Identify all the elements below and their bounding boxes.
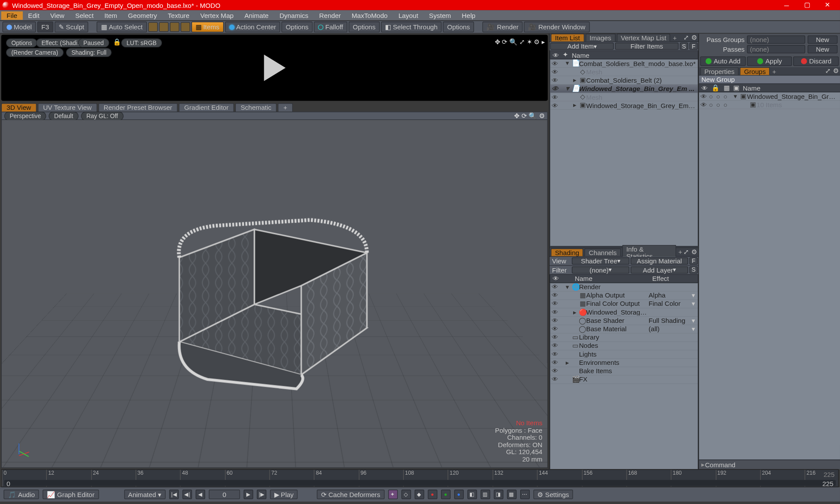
lock-icon[interactable]: 🔒: [113, 38, 121, 46]
visibility-icon[interactable]: 👁: [551, 342, 558, 349]
gear-icon[interactable]: ⚙: [691, 34, 697, 42]
tree-row[interactable]: 👁▸Environments: [550, 358, 698, 367]
tree-row[interactable]: 👁Bake Items: [550, 367, 698, 375]
new-pass-button[interactable]: New: [808, 45, 838, 53]
menu-edit[interactable]: Edit: [23, 11, 45, 19]
visibility-icon[interactable]: 👁: [551, 77, 558, 84]
rp-toolbar-icons[interactable]: ✥ ⟳ 🔍 ⤢ ✶ ⚙ ▸: [495, 38, 546, 46]
visibility-icon[interactable]: 👁: [551, 102, 558, 108]
menu-item[interactable]: Item: [99, 11, 122, 19]
menu-layout[interactable]: Layout: [393, 11, 424, 19]
expand-arrow-icon[interactable]: ▾: [566, 283, 572, 291]
render-button[interactable]: 🎥 Render: [483, 21, 523, 32]
eye-icon[interactable]: 👁: [701, 84, 708, 91]
animated-dropdown[interactable]: Animated ▾: [124, 490, 165, 499]
visibility-icon[interactable]: 👁: [551, 325, 558, 332]
tree-row[interactable]: 👁▭Library: [550, 333, 698, 342]
storage-bin-model[interactable]: [111, 210, 416, 398]
assign-material-button[interactable]: Assign Material: [630, 257, 688, 264]
tree-row[interactable]: 👁◇Mesh: [550, 93, 698, 102]
prev-key-button[interactable]: ◀|: [182, 490, 192, 499]
add-tab-button[interactable]: +: [678, 248, 682, 256]
tree-row[interactable]: 👁▾📄Windowed_Storage_Bin_Grey_Em ...: [550, 84, 698, 93]
visibility-icon[interactable]: 👁: [551, 68, 558, 75]
render-icon[interactable]: ▦: [724, 84, 730, 92]
eye-icon[interactable]: 👁: [553, 275, 559, 282]
tree-row[interactable]: 👁◇Mesh: [550, 68, 698, 76]
expand-arrow-icon[interactable]: ▾: [566, 84, 572, 92]
rp-paused[interactable]: Paused: [78, 38, 109, 48]
new-group-button[interactable]: New Group: [699, 76, 840, 84]
visibility-icon[interactable]: 👁: [551, 85, 558, 92]
tree-row[interactable]: 👁▾📄Combat_Soldiers_Belt_modo_base.lxo*: [550, 60, 698, 68]
action-center-button[interactable]: Action Center: [225, 21, 280, 32]
vp-default[interactable]: Default: [49, 111, 78, 120]
maximize-button[interactable]: ▢: [797, 0, 817, 10]
visibility-icon[interactable]: 👁: [551, 308, 558, 315]
selmode-icon[interactable]: [170, 22, 179, 32]
visibility-icon[interactable]: 👁: [551, 333, 558, 340]
settings-button[interactable]: ⚙ Settings: [533, 490, 574, 499]
menu-view[interactable]: View: [45, 11, 70, 19]
shader-filter-dropdown[interactable]: (none) ▾: [572, 266, 630, 273]
visibility-icon[interactable]: 👁: [551, 300, 558, 307]
shader-tree-dropdown[interactable]: Shader Tree ▾: [572, 257, 630, 264]
key-icon[interactable]: ✦: [388, 490, 398, 499]
apply-button[interactable]: Apply: [747, 56, 792, 66]
key-icon[interactable]: ●: [441, 490, 450, 499]
timeline-range[interactable]: 0225: [4, 480, 836, 486]
filter-f-button[interactable]: F: [690, 42, 698, 49]
falloff-button[interactable]: Falloff: [314, 21, 347, 32]
tree-row[interactable]: 👁▸▣Combat_Soldiers_Belt (2): [550, 76, 698, 84]
key-icon[interactable]: ◧: [467, 490, 477, 499]
menu-system[interactable]: System: [424, 11, 456, 19]
tab-item-list[interactable]: Item List: [551, 34, 584, 42]
key-icon[interactable]: ◨: [494, 490, 503, 499]
play-button[interactable]: ▶ Play: [270, 490, 298, 499]
shader-f-button[interactable]: F: [690, 257, 698, 264]
filter-items-button[interactable]: Filter Items: [615, 42, 679, 49]
goto-start-button[interactable]: |◀: [169, 490, 179, 499]
model-tool-button[interactable]: Model: [2, 21, 36, 32]
auto-add-button[interactable]: Auto Add: [700, 56, 746, 66]
menu-help[interactable]: Help: [456, 11, 481, 19]
selmode-icon[interactable]: [159, 22, 168, 32]
view-tab-3d-view[interactable]: 3D View: [1, 103, 37, 112]
view-tab-uv-texture-view[interactable]: UV Texture View: [38, 103, 97, 112]
selmode-icon[interactable]: [180, 22, 190, 32]
view-tab-gradient-editor[interactable]: Gradient Editor: [179, 103, 234, 112]
key-icon[interactable]: ◇: [401, 490, 411, 499]
tree-row[interactable]: 👁▸▣Windowed_Storage_Bin_Grey_Empty ...: [550, 102, 698, 110]
menu-dynamics[interactable]: Dynamics: [274, 11, 314, 19]
tree-row[interactable]: 👁◯Base Material(all)▾: [550, 325, 698, 333]
options1-button[interactable]: Options: [281, 21, 312, 32]
add-item-button[interactable]: Add Item ▾: [550, 42, 614, 49]
tree-row[interactable]: 👁◯Base ShaderFull Shading▾: [550, 316, 698, 325]
visibility-icon[interactable]: 👁: [551, 375, 558, 382]
effect-value[interactable]: Final Color: [648, 300, 692, 307]
graph-editor-button[interactable]: 📈 Graph Editor: [43, 490, 99, 499]
render-preview[interactable]: Options Effect: (Shadi... Paused 🔒 LUT: …: [1, 35, 548, 101]
tab-channels[interactable]: Channels: [584, 248, 621, 256]
visibility-icon[interactable]: 👁: [551, 317, 558, 324]
shader-s-button[interactable]: S: [690, 266, 698, 273]
tree-row[interactable]: 👁▭Nodes: [550, 342, 698, 350]
close-button[interactable]: ✕: [817, 0, 838, 10]
discard-button[interactable]: Discard: [793, 56, 839, 66]
menu-maxtomodo[interactable]: MaxToModo: [346, 11, 393, 19]
sculpt-tool-button[interactable]: ✎ Sculpt: [55, 21, 89, 32]
effect-value[interactable]: Full Shading: [648, 317, 692, 324]
visibility-icon[interactable]: 👁: [551, 359, 558, 366]
add-layer-button[interactable]: Add Layer ▾: [630, 266, 688, 273]
view-tab-schematic[interactable]: Schematic: [235, 103, 277, 112]
group-row[interactable]: 👁○○○▣10 Items: [699, 101, 840, 109]
menu-texture[interactable]: Texture: [162, 11, 195, 19]
expand-icon[interactable]: ⤢: [683, 248, 689, 256]
group-row[interactable]: 👁○○○▾▣Windowed_Storage_Bin_Gre ...: [699, 92, 840, 101]
vp-toolbar-icons[interactable]: ✥ ⟳ 🔍 ⚙: [514, 112, 545, 120]
new-pass-group-button[interactable]: New: [808, 35, 838, 44]
cache-deformers-button[interactable]: ⟳ Cache Deformers: [317, 490, 385, 499]
select-through-button[interactable]: ◧ Select Through: [381, 21, 442, 32]
rp-camera[interactable]: (Render Camera): [6, 48, 63, 57]
vp-perspective[interactable]: Perspective: [4, 111, 46, 120]
